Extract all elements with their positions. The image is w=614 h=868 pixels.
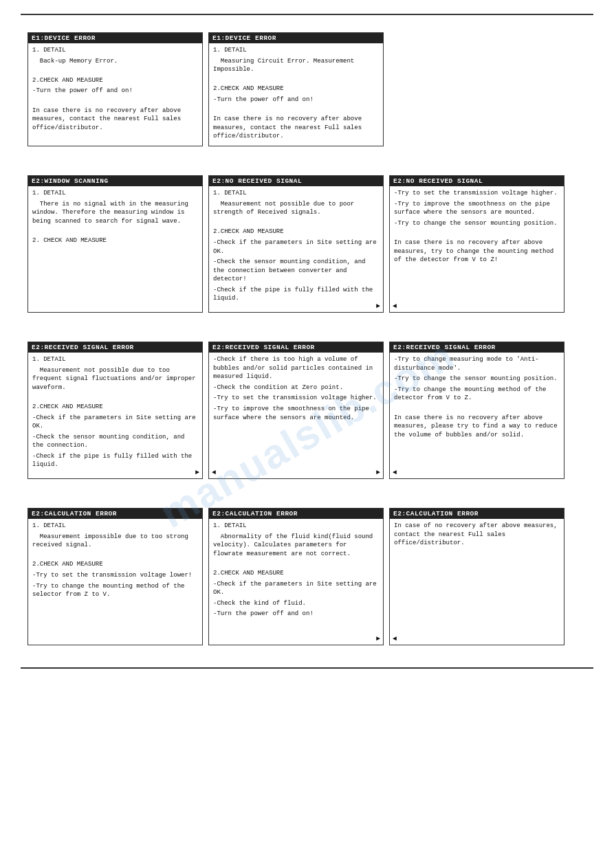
card-body-recv-2: -Check if there is too high a volume of …	[209, 353, 383, 427]
bottom-border	[21, 667, 593, 669]
card-body-recv-3: -Try to change measuring mode to 'Anti-d…	[390, 353, 564, 444]
card-body-window: 1. DETAIL There is no signal with in the…	[28, 186, 202, 250]
card-header-calc-3: E2:CALCULATION ERROR	[390, 509, 564, 519]
card-e2-recv-err-1: E2:RECEIVED SIGNAL ERROR 1. DETAIL Measu…	[28, 342, 203, 479]
card-header-e1-2: E1:DEVICE ERROR	[209, 33, 383, 43]
gap-1	[28, 155, 586, 175]
card-header-no-signal-1: E2:NO RECEIVED SIGNAL	[209, 176, 383, 186]
row-e2-calc-error: E2:CALCULATION ERROR 1. DETAIL Measureme…	[28, 508, 586, 645]
card-header-recv-1: E2:RECEIVED SIGNAL ERROR	[28, 342, 202, 353]
card-e2-recv-err-3: E2:RECEIVED SIGNAL ERROR -Try to change …	[389, 342, 564, 479]
card-e2-recv-err-2: E2:RECEIVED SIGNAL ERROR -Check if there…	[208, 342, 384, 479]
card-body-no-signal-2: -Try to set the transmission voltage hig…	[390, 186, 564, 269]
continuation-right-1: ►	[376, 302, 380, 310]
top-border	[21, 14, 593, 15]
card-header-recv-3: E2:RECEIVED SIGNAL ERROR	[390, 342, 564, 353]
continuation-left-calc: ◄	[393, 635, 397, 643]
card-header-calc-2: E2:CALCULATION ERROR	[209, 509, 383, 519]
card-e2-no-signal-1: E2:NO RECEIVED SIGNAL 1. DETAIL Measurem…	[208, 175, 384, 313]
card-e1-device-error-2: E1:DEVICE ERROR 1. DETAIL Measuring Circ…	[208, 32, 384, 146]
continuation-right-2b: ►	[376, 469, 380, 476]
card-body-recv-1: 1. DETAIL Measurement not possible due t…	[28, 353, 202, 474]
card-body-no-signal-1: 1. DETAIL Measurement not possible due t…	[209, 186, 383, 308]
card-e2-window-scanning: E2:WINDOW SCANNING 1. DETAIL There is no…	[28, 175, 203, 313]
continuation-right-calc: ►	[376, 635, 380, 643]
gap-2	[28, 321, 586, 342]
continuation-right-2: ►	[195, 469, 199, 476]
continuation-left-2: ◄	[212, 469, 216, 476]
gap-3	[28, 487, 586, 508]
continuation-left-1: ◄	[393, 302, 397, 310]
card-e2-no-signal-2: E2:NO RECEIVED SIGNAL -Try to set the tr…	[389, 175, 564, 313]
row-e2-received-error: E2:RECEIVED SIGNAL ERROR 1. DETAIL Measu…	[28, 342, 586, 479]
card-header-no-signal-2: E2:NO RECEIVED SIGNAL	[390, 176, 564, 186]
card-header-window: E2:WINDOW SCANNING	[28, 176, 202, 186]
continuation-left-3: ◄	[393, 469, 397, 476]
row-e1: E1:DEVICE ERROR 1. DETAIL Back-up Memory…	[28, 32, 586, 146]
card-header-calc-1: E2:CALCULATION ERROR	[28, 509, 202, 519]
card-e2-calc-2: E2:CALCULATION ERROR 1. DETAIL Abnormali…	[208, 508, 384, 645]
card-header-e1-1: E1:DEVICE ERROR	[28, 33, 202, 43]
card-e2-calc-3: E2:CALCULATION ERROR In case of no recov…	[389, 508, 564, 645]
card-body-calc-3: In case of no recovery after above measu…	[390, 519, 564, 553]
card-body-e1-1: 1. DETAIL Back-up Memory Error. 2.CHECK …	[28, 43, 202, 137]
card-body-e1-2: 1. DETAIL Measuring Circuit Error. Measu…	[209, 43, 383, 146]
card-body-calc-1: 1. DETAIL Measurement impossible due to …	[28, 519, 202, 604]
card-body-calc-2: 1. DETAIL Abnormality of the fluid kind(…	[209, 519, 383, 623]
row-e2-signal: E2:WINDOW SCANNING 1. DETAIL There is no…	[28, 175, 586, 313]
page-content: E1:DEVICE ERROR 1. DETAIL Back-up Memory…	[21, 22, 593, 660]
card-header-recv-2: E2:RECEIVED SIGNAL ERROR	[209, 342, 383, 353]
card-e1-device-error-1: E1:DEVICE ERROR 1. DETAIL Back-up Memory…	[28, 32, 203, 146]
card-e2-calc-1: E2:CALCULATION ERROR 1. DETAIL Measureme…	[28, 508, 203, 645]
